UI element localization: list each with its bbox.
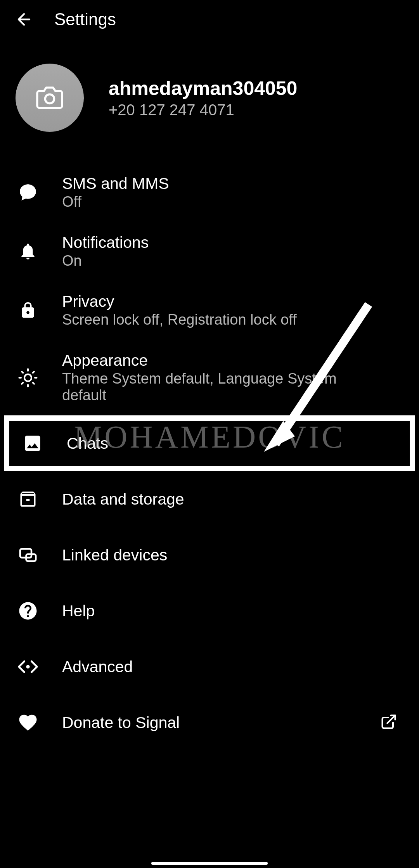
settings-item-title: Appearance [62, 351, 402, 370]
settings-item-linked-devices[interactable]: Linked devices [0, 527, 419, 583]
settings-item-appearance[interactable]: Appearance Theme System default, Languag… [0, 340, 419, 415]
settings-item-title: Donate to Signal [62, 714, 357, 732]
svg-line-8 [22, 382, 23, 384]
devices-icon [17, 544, 39, 566]
bell-icon [17, 240, 39, 262]
page-title: Settings [54, 10, 116, 29]
settings-item-subtitle: Off [62, 194, 341, 210]
settings-item-content: SMS and MMS Off [62, 175, 402, 210]
help-icon [17, 600, 39, 622]
profile-section[interactable]: ahmedayman304050 +20 127 247 4071 [0, 39, 419, 147]
settings-item-advanced[interactable]: Advanced [0, 639, 419, 695]
arrow-left-icon [15, 10, 33, 29]
header: Settings [0, 0, 419, 39]
svg-line-4 [22, 372, 23, 373]
settings-item-privacy[interactable]: Privacy Screen lock off, Registration lo… [0, 281, 419, 340]
settings-item-content: Data and storage [62, 490, 402, 508]
svg-point-1 [24, 374, 31, 381]
archive-icon [17, 488, 39, 510]
heart-icon [17, 712, 39, 733]
settings-item-title: Chats [67, 434, 397, 453]
settings-item-help[interactable]: Help [0, 583, 419, 639]
settings-item-chats[interactable]: Chats [4, 415, 415, 471]
settings-item-content: Notifications On [62, 233, 402, 269]
profile-name: ahmedayman304050 [109, 77, 297, 100]
brightness-icon [17, 367, 39, 389]
settings-item-title: Help [62, 602, 402, 620]
lock-icon [17, 299, 39, 321]
svg-line-13 [387, 716, 395, 723]
image-icon [22, 432, 43, 454]
settings-item-content: Donate to Signal [62, 714, 357, 732]
back-button[interactable] [14, 9, 34, 29]
settings-item-subtitle: Theme System default, Language System de… [62, 370, 341, 404]
settings-item-title: Advanced [62, 658, 402, 676]
settings-item-donate[interactable]: Donate to Signal [0, 695, 419, 750]
svg-line-9 [33, 372, 34, 373]
settings-item-content: Linked devices [62, 546, 402, 564]
chat-bubble-icon [17, 182, 39, 203]
profile-info: ahmedayman304050 +20 127 247 4071 [109, 77, 297, 119]
profile-phone: +20 127 247 4071 [109, 101, 297, 119]
code-icon [17, 656, 39, 678]
external-link-icon [380, 713, 399, 732]
settings-item-title: Privacy [62, 292, 402, 311]
settings-item-content: Chats [67, 434, 397, 453]
svg-point-12 [27, 666, 29, 668]
nav-handle[interactable] [151, 862, 268, 865]
settings-item-sms[interactable]: SMS and MMS Off [0, 163, 419, 222]
settings-item-subtitle: Screen lock off, Registration lock off [62, 311, 341, 328]
settings-item-data-storage[interactable]: Data and storage [0, 471, 419, 527]
svg-point-0 [45, 94, 54, 103]
settings-list: SMS and MMS Off Notifications On Privacy… [0, 147, 419, 750]
settings-item-content: Privacy Screen lock off, Registration lo… [62, 292, 402, 328]
settings-item-title: Data and storage [62, 490, 402, 508]
avatar[interactable] [16, 64, 84, 132]
settings-item-title: SMS and MMS [62, 175, 402, 193]
settings-item-title: Notifications [62, 233, 402, 252]
settings-item-subtitle: On [62, 252, 341, 269]
svg-line-5 [33, 382, 34, 384]
settings-item-content: Help [62, 602, 402, 620]
settings-item-content: Advanced [62, 658, 402, 676]
settings-item-content: Appearance Theme System default, Languag… [62, 351, 402, 404]
settings-item-title: Linked devices [62, 546, 402, 564]
settings-item-notifications[interactable]: Notifications On [0, 222, 419, 281]
camera-icon [36, 84, 63, 111]
